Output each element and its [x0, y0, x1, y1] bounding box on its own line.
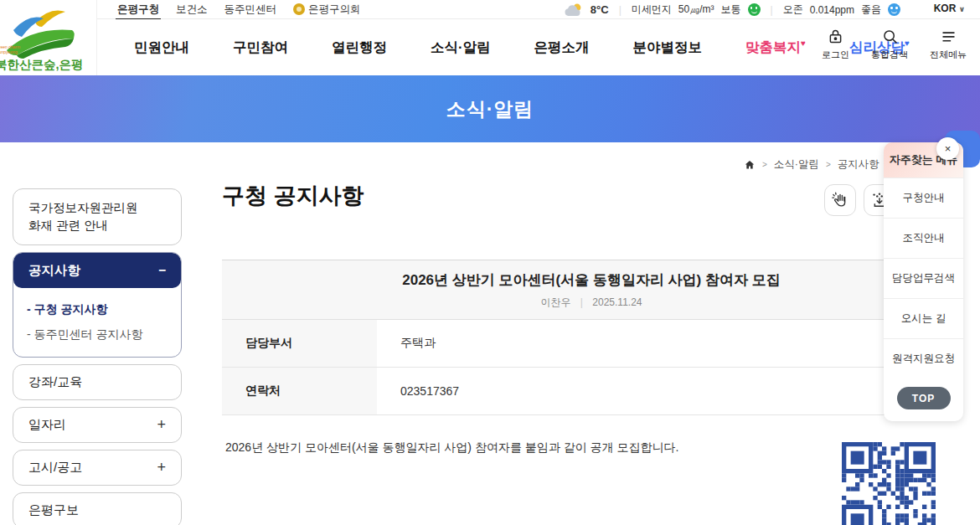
sidebar-label: 일자리 — [28, 417, 66, 433]
dust-value: 50㎍/m³ — [678, 3, 714, 17]
sidebar-label: 고시/공고 — [28, 460, 82, 476]
banner-title: 소식·알림 — [446, 96, 534, 122]
sidebar-item-notices[interactable]: 공지사항 − — [13, 253, 181, 288]
home-icon[interactable] — [744, 159, 756, 171]
quick-item-duty-search[interactable]: 담당업무검색 — [884, 258, 963, 298]
notice-title: 2026년 상반기 모아센터(서울 동행일자리 사업) 참여자 모집 — [230, 270, 952, 290]
scroll-to-top-button[interactable]: TOP — [897, 387, 951, 409]
hand-sign-language-icon — [831, 191, 849, 209]
notice-date: 2025.11.24 — [592, 296, 642, 308]
quick-item-organization[interactable]: 조직안내 — [884, 218, 963, 258]
sidebar-item-jobs[interactable]: 일자리 + — [13, 407, 182, 443]
sidebar-item-district-news[interactable]: 은평구보 — [13, 492, 182, 525]
table-row: 연락처 023517367 — [222, 368, 961, 415]
divider: | — [771, 4, 773, 16]
quick-menu-panel: 자주찾는 메뉴 구청안내 조직안내 담당업무검색 오시는 길 원격지원요청 TO… — [884, 142, 963, 421]
quick-item-directions[interactable]: 오시는 길 — [884, 298, 963, 338]
ozone-value: 0.014ppm — [810, 4, 854, 16]
link-district-office[interactable]: 은평구청 — [117, 3, 159, 17]
qr-code — [842, 442, 936, 525]
expand-plus-icon: + — [157, 416, 166, 434]
sign-language-service-button[interactable] — [824, 184, 856, 216]
link-health-center[interactable]: 보건소 — [176, 3, 208, 17]
language-selector[interactable]: KOR ∨ — [934, 3, 965, 14]
council-emblem-icon — [293, 3, 305, 15]
nav-item-participation[interactable]: 구민참여 — [233, 39, 288, 57]
quick-menu-close-button[interactable]: × — [936, 137, 959, 160]
sidebar-subitem-center-notices[interactable]: - 동주민센터 공지사항 — [27, 322, 168, 347]
page-banner: 소식·알림 — [0, 75, 980, 142]
field-value-department: 주택과 — [377, 320, 961, 367]
sidebar-item-announcements[interactable]: 고시/공고 + — [13, 450, 182, 486]
sidebar-item-lectures[interactable]: 강좌/교육 — [13, 364, 182, 400]
login-button[interactable]: 로그인 — [822, 28, 849, 61]
ozone-status: 좋음 — [861, 3, 881, 17]
temperature-value: 8°C — [591, 3, 609, 16]
link-district-council[interactable]: 은평구의회 — [293, 3, 361, 17]
notice-header: 2026년 상반기 모아센터(서울 동행일자리 사업) 참여자 모집 이찬우 |… — [222, 260, 961, 320]
logo-text: 북한산큰숲,은평 — [0, 58, 84, 71]
quick-item-remote-support[interactable]: 원격지원요청 — [884, 338, 963, 378]
page-body: > 소식·알림 > 공지사항 국가정보자원관리원 화재 관련 안내 공지사항 −… — [0, 142, 980, 525]
sidebar-item-fire-notice[interactable]: 국가정보자원관리원 화재 관련 안내 — [13, 188, 182, 245]
login-label: 로그인 — [822, 49, 849, 61]
divider: | — [619, 4, 622, 16]
sidebar-subitem-district-notices[interactable]: - 구청 공지사항 — [27, 296, 168, 322]
notice-author: 이찬우 — [541, 296, 571, 308]
page-title: 구청 공지사항 — [222, 181, 364, 211]
full-menu-button[interactable]: 전체메뉴 — [930, 28, 967, 61]
breadcrumb-separator: > — [762, 160, 767, 169]
notice-meta: 이찬우 | 2025.11.24 — [230, 296, 952, 310]
breadcrumb-item-notice[interactable]: 공지사항 — [838, 157, 879, 172]
ozone-status-smiley-icon — [888, 3, 900, 16]
nav-item-open-admin[interactable]: 열린행정 — [332, 39, 387, 57]
search-label: 통합검색 — [871, 49, 908, 61]
heart-icon: ♥ — [801, 39, 806, 48]
nav-item-custom-welfare[interactable]: 맞춤복지♥ — [745, 39, 806, 57]
related-site-links: 은평구청 보건소 동주민센터 은평구의회 — [117, 3, 361, 17]
ozone-label: 오존 — [783, 3, 803, 17]
breadcrumb: > 소식·알림 > 공지사항 — [744, 157, 879, 172]
field-label-department: 담당부서 — [222, 320, 377, 367]
search-icon — [881, 28, 899, 45]
nav-item-minwon[interactable]: 민원안내 — [134, 39, 189, 57]
main-navigation: 민원안내 구민참여 열린행정 소식·알림 은평소개 분야별정보 맞춤복지♥ 심리… — [0, 19, 980, 75]
breadcrumb-separator: > — [826, 160, 831, 169]
svg-text:eunpyeong: eunpyeong — [0, 49, 18, 54]
link-community-center[interactable]: 동주민센터 — [224, 3, 277, 17]
council-link-label: 은평구의회 — [308, 3, 361, 17]
dust-label: 미세먼지 — [632, 3, 672, 17]
nav-item-about[interactable]: 은평소개 — [534, 39, 590, 57]
notice-article: 2026년 상반기 모아센터(서울 동행일자리 사업) 참여자 모집 이찬우 |… — [222, 260, 961, 456]
dust-status-smiley-icon — [748, 3, 761, 16]
sidebar: 국가정보자원관리원 화재 관련 안내 공지사항 − - 구청 공지사항 - 동주… — [13, 188, 182, 525]
hamburger-menu-icon — [940, 28, 957, 45]
full-menu-label: 전체메뉴 — [930, 49, 967, 61]
search-button[interactable]: 통합검색 — [871, 28, 908, 61]
weather-widget: 8°C | 미세먼지 50㎍/m³ 보통 | 오존 0.014ppm 좋음 — [562, 0, 900, 19]
sidebar-group-notices: 공지사항 − - 구청 공지사항 - 동주민센터 공지사항 — [13, 252, 182, 358]
group-title: 공지사항 — [28, 262, 80, 280]
field-label-contact: 연락처 — [222, 368, 377, 414]
field-value-contact: 023517367 — [377, 368, 961, 414]
nav-label: 맞춤복지 — [745, 39, 801, 54]
partly-cloudy-icon — [562, 3, 584, 17]
site-logo[interactable]: green charm eunpyeong 북한산큰숲,은평 — [0, 0, 97, 75]
lock-icon — [827, 28, 844, 45]
table-row: 담당부서 주택과 — [222, 320, 961, 368]
chevron-down-icon: ∨ — [959, 5, 965, 13]
close-icon: × — [945, 142, 952, 155]
nav-item-sector-info[interactable]: 분야별정보 — [633, 39, 703, 57]
nav-item-news[interactable]: 소식·알림 — [431, 39, 491, 57]
info-card-line2: 화재 관련 안내 — [28, 217, 166, 234]
sidebar-label: 은평구보 — [28, 502, 79, 518]
expand-plus-icon: + — [157, 459, 166, 476]
quick-item-district-guide[interactable]: 구청안내 — [884, 178, 963, 218]
collapse-minus-icon: − — [158, 263, 166, 278]
divider: | — [580, 296, 583, 308]
language-label: KOR — [934, 3, 957, 14]
dust-status: 보통 — [721, 3, 741, 17]
info-card-line1: 국가정보자원관리원 — [28, 199, 166, 217]
breadcrumb-item-news[interactable]: 소식·알림 — [774, 157, 819, 172]
top-utility-bar: 은평구청 보건소 동주민센터 은평구의회 8°C | 미세먼지 50㎍/m³ 보… — [0, 0, 980, 19]
